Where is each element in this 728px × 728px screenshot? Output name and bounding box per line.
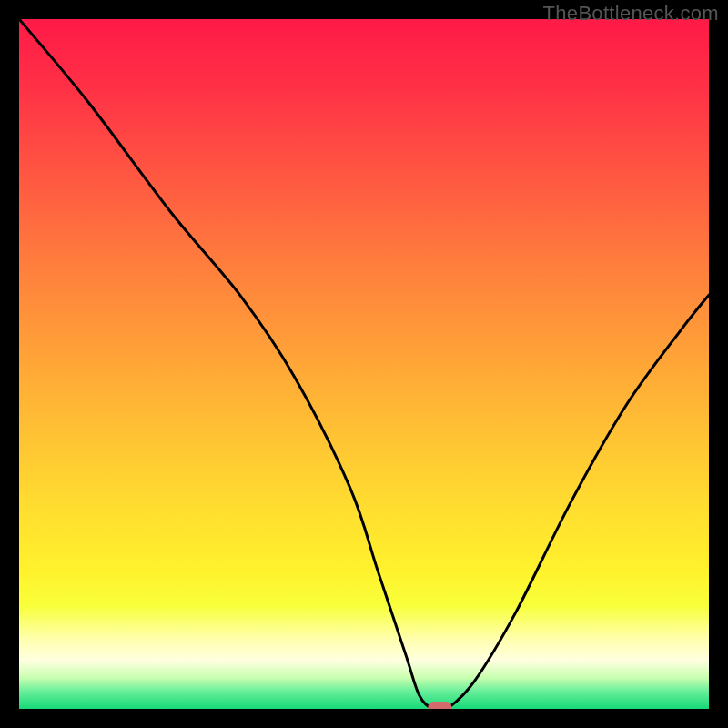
optimum-marker <box>428 702 451 709</box>
chart-frame: TheBottleneck.com <box>0 0 728 728</box>
watermark-text: TheBottleneck.com <box>543 2 719 25</box>
plot-area <box>19 19 709 709</box>
gradient-background <box>19 19 709 709</box>
chart-svg <box>19 19 709 709</box>
